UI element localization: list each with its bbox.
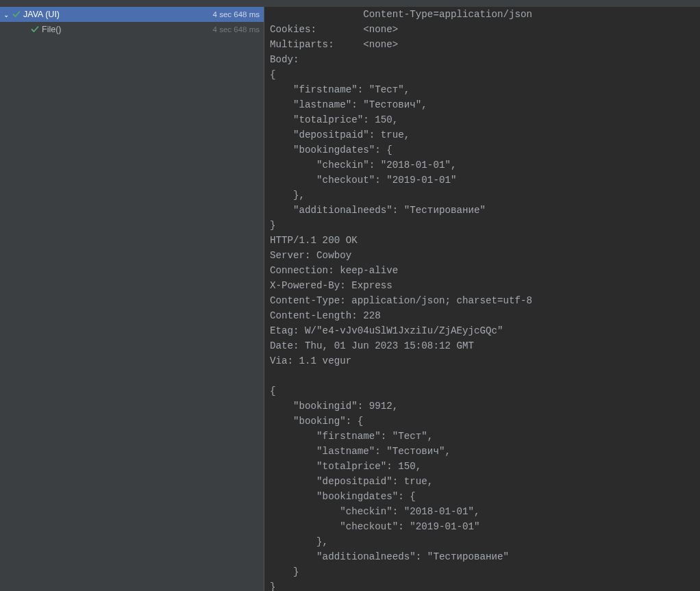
tree-child-row[interactable]: File() 4 sec 648 ms [0,22,264,37]
tree-child-time: 4 sec 648 ms [213,25,260,34]
tree-root-label: JAVA (UI) [23,10,211,19]
check-icon [30,25,40,34]
test-results-tree[interactable]: ⌄ JAVA (UI) 4 sec 648 ms File() 4 sec 64… [0,7,264,591]
tree-root-time: 4 sec 648 ms [213,10,260,18]
run-toolbar [0,0,700,7]
check-icon [12,10,21,19]
tree-child-label: File() [42,25,211,34]
console-output[interactable]: Content-Type=application/json Cookies: <… [264,7,700,591]
tree-root-row[interactable]: ⌄ JAVA (UI) 4 sec 648 ms [0,7,264,22]
main-area: ⌄ JAVA (UI) 4 sec 648 ms File() 4 sec 64… [0,7,700,591]
app-root: ⌄ JAVA (UI) 4 sec 648 ms File() 4 sec 64… [0,0,700,591]
chevron-down-icon[interactable]: ⌄ [3,11,10,18]
